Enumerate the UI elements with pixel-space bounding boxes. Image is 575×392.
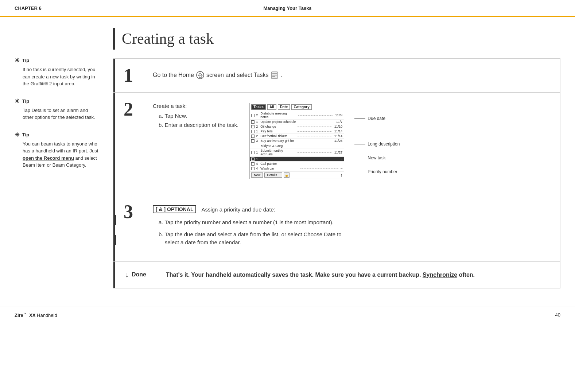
step-2-intro: Create a task: bbox=[153, 103, 238, 109]
page-footer: Zire™ XX Handheld 40 bbox=[0, 307, 575, 323]
step-3-number: 3 bbox=[124, 202, 145, 221]
step-1-text-screen: screen and select Tasks bbox=[206, 72, 268, 78]
step-1-content: Go to the Home screen and select Tasks bbox=[153, 66, 551, 79]
done-bar bbox=[113, 262, 115, 288]
home-icon bbox=[196, 71, 204, 79]
palm-task-row-5: 2 Get football tickets 11/14 bbox=[250, 134, 344, 139]
palm-details-button[interactable]: Details... bbox=[264, 172, 282, 178]
content-area: Creating a task 1 Go to the Home s bbox=[109, 28, 560, 288]
palm-task-row-4: 1 Pay bills 11/14 bbox=[250, 129, 344, 134]
palm-task-row-7: 1 Submit monthly accruals 11/27 bbox=[250, 148, 344, 157]
step-2-sub-a: a. Tap New. bbox=[159, 113, 238, 119]
step-3-sub-a: a. Tap the priority number and select a … bbox=[159, 218, 551, 227]
tasks-icon bbox=[271, 71, 279, 79]
palm-footer: New Details... 🔒 ↕ bbox=[250, 171, 344, 179]
svg-rect-2 bbox=[199, 76, 201, 78]
annotation-new-task: New task bbox=[354, 155, 400, 160]
step-3-sub-b: b. Tap the due date and select a date fr… bbox=[159, 230, 551, 247]
step-1-text: Go to the Home screen and select Tasks bbox=[153, 66, 551, 79]
sidebar: ✳ Tip If no task is currently selected, … bbox=[15, 28, 109, 288]
annotation-new-task-label: New task bbox=[368, 155, 385, 160]
page-header: CHAPTER 6 Managing Your Tasks bbox=[0, 0, 575, 17]
step-3-block: 3 [ & ] OPTIONAL Assign a priority and d… bbox=[113, 195, 560, 262]
tip-1-label: Tip bbox=[22, 58, 29, 63]
svg-marker-1 bbox=[198, 73, 202, 76]
palm-tab-all[interactable]: All bbox=[267, 104, 276, 110]
tip-2: ✳ Tip Tap Details to set an alarm and ot… bbox=[15, 98, 98, 121]
step-2-sub-b: b. Enter a description of the task. bbox=[159, 122, 238, 128]
step-1-bar bbox=[113, 59, 115, 92]
step-2-number: 2 bbox=[124, 100, 145, 119]
step-2-bar bbox=[113, 93, 115, 195]
tip-star-icon: ✳ bbox=[15, 57, 19, 64]
annotation-long-desc: Long description bbox=[354, 141, 400, 147]
chapter-title: Managing Your Tasks bbox=[197, 5, 378, 11]
palm-task-row-8: 4 Call painter – bbox=[250, 162, 344, 166]
palm-task-row-1: 2 Distribute meeting notes 11/6I bbox=[250, 111, 344, 120]
tip-3-link[interactable]: open the Record menu bbox=[23, 155, 74, 161]
tip-1: ✳ Tip If no task is currently selected, … bbox=[15, 57, 98, 88]
palm-task-row-2: 1 Update project schedule 11/7 bbox=[250, 120, 344, 124]
tip-3-text: You can beam tasks to anyone who has a h… bbox=[15, 140, 98, 169]
chapter-label: CHAPTER 6 bbox=[15, 5, 197, 11]
palm-task-row-9: 4 Wash car – bbox=[250, 166, 344, 171]
footer-brand: Zire™ XX Handheld bbox=[15, 312, 57, 318]
step-1-text-go: Go to the Home bbox=[153, 72, 194, 78]
step-1-block: 1 Go to the Home screen and select Tasks bbox=[113, 58, 560, 93]
step-3-content: [ & ] OPTIONAL Assign a priority and due… bbox=[153, 202, 551, 251]
done-block: ↓ Done That's it. Your handheld automati… bbox=[113, 262, 560, 288]
step-2-instructions: Create a task: a. Tap New. b. Enter a de… bbox=[153, 103, 238, 131]
palm-tab-tasks[interactable]: Tasks bbox=[251, 104, 266, 110]
palm-screenshot: Tasks All Date Category 2 Distribute mee… bbox=[249, 103, 344, 179]
palm-lock-button[interactable]: 🔒 bbox=[284, 172, 290, 178]
title-bar-decoration bbox=[113, 28, 115, 50]
step-3-intro: Assign a priority and due date: bbox=[201, 206, 275, 213]
tip-3: ✳ Tip You can beam tasks to anyone who h… bbox=[15, 131, 98, 169]
done-label: ↓ Done bbox=[122, 271, 159, 279]
tip-star-icon-3: ✳ bbox=[15, 131, 19, 138]
footer-page-number: 40 bbox=[555, 312, 560, 318]
tip-2-text: Tap Details to set an alarm and other op… bbox=[15, 107, 98, 121]
annotation-priority: Priority number bbox=[354, 169, 400, 174]
tip-3-label: Tip bbox=[22, 132, 29, 137]
palm-task-subtext: Midyne & Greg bbox=[251, 144, 283, 148]
palm-tab-category[interactable]: Category bbox=[291, 104, 311, 110]
tip-star-icon-2: ✳ bbox=[15, 98, 19, 105]
palm-scroll-icon[interactable]: ↕ bbox=[340, 172, 342, 178]
palm-task-row-6: 3 Buy anniversary gift for 11/26 Midyne … bbox=[250, 139, 344, 148]
step-2-content: Create a task: a. Tap New. b. Enter a de… bbox=[153, 100, 551, 179]
step-3-extra-bar-2 bbox=[115, 235, 116, 245]
palm-new-button[interactable]: New bbox=[251, 172, 263, 178]
palm-new-task-row: 1 – bbox=[250, 157, 344, 162]
done-text: That's it. Your handheld automatically s… bbox=[166, 271, 475, 279]
palm-annotations: Due date Long description New task bbox=[350, 103, 400, 177]
synchronize-link[interactable]: Synchronize bbox=[423, 272, 457, 278]
page-title-row: Creating a task bbox=[113, 28, 560, 50]
done-arrow-icon: ↓ bbox=[125, 271, 129, 279]
main-content: ✳ Tip If no task is currently selected, … bbox=[0, 17, 575, 299]
tip-2-label: Tip bbox=[22, 98, 29, 104]
palm-tab-bar: Tasks All Date Category bbox=[250, 103, 344, 111]
annotation-priority-label: Priority number bbox=[368, 169, 397, 174]
done-word: Done bbox=[132, 271, 146, 278]
annotation-due-date-label: Due date bbox=[368, 116, 385, 121]
step-3-bar bbox=[113, 195, 115, 261]
optional-badge: [ & ] OPTIONAL bbox=[153, 205, 196, 213]
page-title: Creating a task bbox=[122, 30, 214, 47]
annotation-due-date: Due date bbox=[354, 116, 400, 121]
annotation-long-desc-label: Long description bbox=[368, 141, 400, 147]
step-1-number: 1 bbox=[124, 66, 145, 85]
palm-task-row-3: 2 Oil change 11/10 bbox=[250, 124, 344, 129]
tip-1-text: If no task is currently selected, you ca… bbox=[15, 66, 98, 88]
palm-tab-date[interactable]: Date bbox=[278, 104, 290, 110]
step-2-block: 2 Create a task: a. Tap New. b. Enter a … bbox=[113, 93, 560, 195]
step-3-extra-bar-1 bbox=[115, 215, 116, 225]
